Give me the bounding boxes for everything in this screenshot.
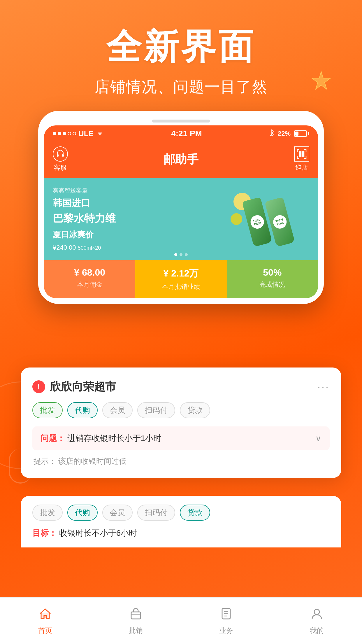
customer-service-button[interactable]: 客服 [53, 146, 68, 172]
app-title: 邮助手 [164, 151, 198, 167]
tag-member[interactable]: 会员 [102, 402, 133, 418]
scan-icon [294, 146, 309, 162]
alert-icon: ! [32, 380, 45, 393]
store-card: ! 欣欣向荣超市 ··· 批发 代购 会员 扫码付 贷款 问题： 进销存收银时长… [21, 368, 341, 478]
tag-loan[interactable]: 贷款 [180, 402, 210, 418]
nav-home-label: 首页 [38, 626, 52, 635]
second-store-card: 批发 代购 会员 扫码付 贷款 目标： 收银时长不小于6小时 [21, 496, 341, 547]
banner-tag: 爽爽智送客量 [53, 187, 228, 195]
chevron-down-icon: ∨ [315, 434, 321, 443]
nav-wholesale-label: 批销 [129, 626, 143, 635]
nav-business-label: 业务 [219, 626, 233, 635]
tag-proxy[interactable]: 代购 [67, 402, 98, 418]
banner-sub-name: 夏日冰爽价 [53, 229, 228, 240]
nav-home[interactable]: 首页 [38, 607, 52, 635]
stat-sales[interactable]: ¥ 2.12万 本月批销业绩 [135, 260, 226, 298]
problem-text: 问题： 进销存收银时长小于1小时 [41, 433, 161, 444]
target-label: 目标： [32, 528, 57, 538]
svg-rect-4 [302, 152, 304, 153]
product-banner[interactable]: 爽爽智送客量 韩国进口 巴黎水特力维 夏日冰爽价 ¥240.00 500ml×2… [44, 178, 318, 260]
problem-label: 问题： [41, 434, 65, 443]
stat-commission[interactable]: ¥ 68.00 本月佣金 [44, 260, 135, 298]
second-tag-loan[interactable]: 贷款 [180, 505, 210, 521]
problem-row[interactable]: 问题： 进销存收银时长小于1小时 ∨ [32, 426, 330, 450]
banner-price: ¥240.00 500ml×20 [53, 244, 228, 251]
signal-dot-2 [58, 132, 61, 135]
stat-commission-value: ¥ 68.00 [74, 267, 105, 278]
time-display: 4:21 PM [171, 129, 202, 138]
headphone-icon [53, 146, 68, 162]
battery-icon [294, 130, 309, 137]
tag-scan-pay[interactable]: 扫码付 [137, 402, 175, 418]
signal-dot-1 [53, 132, 56, 135]
wifi-icon [96, 129, 104, 138]
patrol-store-label: 巡店 [295, 163, 308, 172]
app-navbar: 客服 邮助手 巡店 [44, 142, 318, 178]
nav-profile-label: 我的 [310, 626, 324, 635]
svg-rect-1 [57, 154, 59, 157]
notch-bar [152, 120, 210, 123]
signal-dot-4 [68, 132, 71, 135]
home-icon [38, 607, 52, 624]
nav-business[interactable]: 业务 [219, 607, 233, 635]
banner-indicator [174, 253, 188, 256]
stat-completion[interactable]: 50% 完成情况 [227, 260, 318, 298]
store-name-row: ! 欣欣向荣超市 [32, 379, 116, 394]
second-tag-scan-pay[interactable]: 扫码付 [137, 505, 175, 521]
stats-row: ¥ 68.00 本月佣金 ¥ 2.12万 本月批销业绩 50% 完成情况 [44, 260, 318, 298]
shop-icon [129, 607, 143, 624]
stat-sales-value: ¥ 2.12万 [164, 267, 199, 280]
tag-wholesale[interactable]: 批发 [32, 402, 63, 418]
banner-text: 爽爽智送客量 韩国进口 巴黎水特力维 夏日冰爽价 ¥240.00 500ml×2… [53, 187, 228, 251]
signal-dots [53, 132, 76, 135]
second-tag-proxy[interactable]: 代购 [67, 505, 98, 521]
signal-dot-5 [73, 132, 76, 135]
svg-rect-6 [302, 155, 304, 156]
hint-row: 提示： 该店的收银时间过低 [32, 456, 330, 466]
store-card-header: ! 欣欣向荣超市 ··· [32, 379, 330, 394]
customer-service-label: 客服 [54, 163, 67, 172]
target-text: 收银时长不小于6小时 [59, 528, 137, 538]
banner-unit: 500ml×20 [78, 245, 101, 251]
hint-label: 提示： [34, 457, 56, 466]
banner-dot-2 [180, 253, 182, 256]
second-tag-wholesale[interactable]: 批发 [32, 505, 63, 521]
user-icon [310, 607, 324, 624]
carrier-label: ULE [78, 129, 94, 138]
stat-completion-label: 完成情况 [259, 280, 285, 289]
store-name: 欣欣向荣超市 [50, 379, 116, 394]
banner-headline: 韩国进口 [53, 197, 228, 210]
signal-dot-3 [63, 132, 66, 135]
phone-mockup: ULE 4:21 PM 22% [38, 111, 324, 304]
bluetooth-icon [269, 129, 274, 138]
patrol-store-button[interactable]: 巡店 [294, 146, 309, 172]
status-right: 22% [269, 129, 309, 138]
banner-dot-1 [174, 253, 177, 256]
stat-completion-value: 50% [263, 267, 282, 278]
more-options-button[interactable]: ··· [317, 381, 330, 393]
battery-percent: 22% [278, 130, 291, 137]
sub-title: 店铺情况、问题一目了然 [0, 77, 362, 97]
nav-profile[interactable]: 我的 [310, 607, 324, 635]
banner-product-name: 巴黎水特力维 [53, 211, 228, 226]
svg-rect-3 [299, 152, 301, 153]
stat-sales-label: 本月批销业绩 [162, 282, 200, 291]
second-card-tags: 批发 代购 会员 扫码付 贷款 [32, 505, 330, 521]
svg-rect-2 [62, 154, 64, 157]
problem-description: 进销存收银时长小于1小时 [67, 434, 162, 443]
phone-notch [44, 117, 318, 125]
header-section: 全新界面 店铺情况、问题一目了然 [0, 0, 362, 97]
app-screen: ULE 4:21 PM 22% [44, 125, 318, 298]
svg-point-9 [314, 609, 319, 615]
banner-dot-3 [185, 253, 188, 256]
banner-image: TREVPlain TREVPlain [228, 190, 309, 248]
stat-commission-label: 本月佣金 [77, 280, 103, 289]
bottom-nav: 首页 批销 业务 我的 [0, 597, 362, 644]
status-bar: ULE 4:21 PM 22% [44, 125, 318, 142]
store-tags-row: 批发 代购 会员 扫码付 贷款 [32, 402, 330, 418]
second-tag-member[interactable]: 会员 [102, 505, 133, 521]
hint-text: 该店的收银时间过低 [58, 457, 126, 466]
nav-wholesale[interactable]: 批销 [129, 607, 143, 635]
status-left: ULE [53, 129, 104, 138]
task-icon [219, 607, 233, 624]
